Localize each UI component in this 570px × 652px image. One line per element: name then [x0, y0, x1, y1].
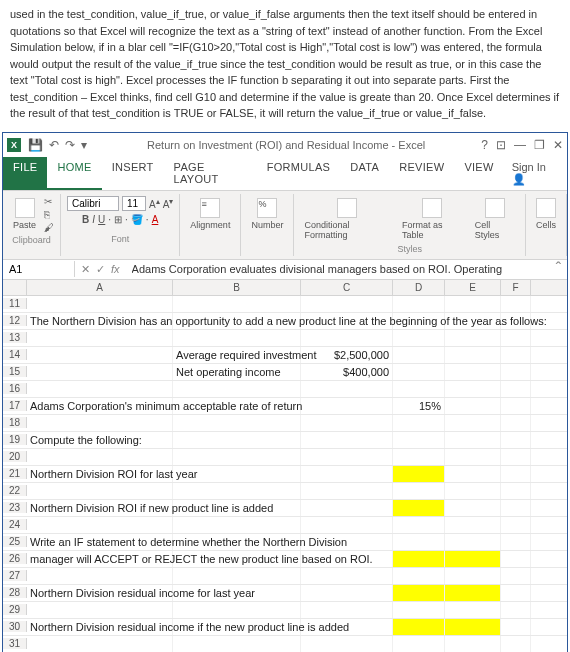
- cell[interactable]: [27, 568, 173, 584]
- maximize-icon[interactable]: ❐: [534, 138, 545, 152]
- row-header-27[interactable]: 27: [3, 570, 27, 581]
- cell[interactable]: [501, 330, 531, 346]
- tab-data[interactable]: DATA: [340, 157, 389, 190]
- cell[interactable]: [445, 483, 501, 499]
- cell[interactable]: [445, 415, 501, 431]
- cell[interactable]: [445, 551, 501, 567]
- cell[interactable]: [173, 415, 301, 431]
- cell[interactable]: Northern Division residual income if the…: [27, 619, 173, 635]
- help-icon[interactable]: ?: [481, 138, 488, 152]
- sign-in-link[interactable]: Sign In 👤: [504, 157, 567, 190]
- format-painter-icon[interactable]: 🖌: [44, 222, 54, 233]
- cell[interactable]: [393, 551, 445, 567]
- save-icon[interactable]: 💾: [28, 138, 43, 152]
- cond-format-button[interactable]: Conditional Formatting: [300, 196, 394, 242]
- cell[interactable]: [173, 483, 301, 499]
- cell[interactable]: [445, 296, 501, 312]
- tab-review[interactable]: REVIEW: [389, 157, 454, 190]
- cell[interactable]: [301, 296, 393, 312]
- border-button[interactable]: ⊞: [114, 214, 122, 225]
- fill-color-button[interactable]: 🪣: [131, 214, 143, 225]
- cell[interactable]: [27, 381, 173, 397]
- row-header-22[interactable]: 22: [3, 485, 27, 496]
- format-table-button[interactable]: Format as Table: [398, 196, 467, 242]
- cell[interactable]: Net operating income: [173, 364, 301, 380]
- cell[interactable]: [27, 483, 173, 499]
- cell[interactable]: [445, 364, 501, 380]
- cell[interactable]: [501, 466, 531, 482]
- cell[interactable]: [501, 534, 531, 550]
- cell[interactable]: [393, 534, 445, 550]
- formula-bar[interactable]: [126, 261, 550, 277]
- cell[interactable]: [393, 517, 445, 533]
- cell[interactable]: [173, 449, 301, 465]
- cell[interactable]: [501, 398, 531, 414]
- cell[interactable]: [301, 381, 393, 397]
- col-header-c[interactable]: C: [301, 280, 393, 295]
- number-button[interactable]: %Number: [247, 196, 287, 232]
- cell[interactable]: [393, 330, 445, 346]
- qat-dropdown-icon[interactable]: ▾: [81, 138, 87, 152]
- cell[interactable]: [173, 568, 301, 584]
- cell[interactable]: Northern Division ROI if new product lin…: [27, 500, 173, 516]
- cell[interactable]: Compute the following:: [27, 432, 173, 448]
- font-color-button[interactable]: A: [152, 214, 159, 225]
- cell[interactable]: [501, 551, 531, 567]
- cell[interactable]: [445, 432, 501, 448]
- cell[interactable]: [27, 330, 173, 346]
- col-header-d[interactable]: D: [393, 280, 445, 295]
- cell[interactable]: [501, 517, 531, 533]
- cell[interactable]: [501, 449, 531, 465]
- row-header-31[interactable]: 31: [3, 638, 27, 649]
- undo-icon[interactable]: ↶: [49, 138, 59, 152]
- paste-button[interactable]: Paste: [9, 196, 40, 232]
- cell[interactable]: [393, 415, 445, 431]
- row-header-17[interactable]: 17: [3, 400, 27, 411]
- cell[interactable]: [445, 381, 501, 397]
- cancel-icon[interactable]: ✕: [81, 263, 90, 276]
- cell[interactable]: [445, 585, 501, 601]
- cell[interactable]: [173, 330, 301, 346]
- name-box[interactable]: A1: [3, 261, 75, 277]
- cell[interactable]: [445, 449, 501, 465]
- row-header-16[interactable]: 16: [3, 383, 27, 394]
- increase-font-icon[interactable]: A▴: [149, 196, 160, 211]
- cell[interactable]: [501, 568, 531, 584]
- cell[interactable]: The Northern Division has an opportunity…: [27, 313, 173, 329]
- cell[interactable]: [173, 381, 301, 397]
- cell[interactable]: [445, 636, 501, 652]
- collapse-ribbon-icon[interactable]: ˆ: [550, 260, 567, 278]
- copy-icon[interactable]: ⎘: [44, 209, 54, 220]
- tab-insert[interactable]: INSERT: [102, 157, 164, 190]
- col-header-b[interactable]: B: [173, 280, 301, 295]
- bold-button[interactable]: B: [82, 214, 89, 225]
- cell[interactable]: [27, 636, 173, 652]
- row-header-15[interactable]: 15: [3, 366, 27, 377]
- row-header-19[interactable]: 19: [3, 434, 27, 445]
- row-header-20[interactable]: 20: [3, 451, 27, 462]
- cell[interactable]: manager will ACCEPT or REJECT the new pr…: [27, 551, 173, 567]
- cell[interactable]: [501, 636, 531, 652]
- tab-file[interactable]: FILE: [3, 157, 47, 190]
- cell[interactable]: [393, 449, 445, 465]
- cell[interactable]: 15%: [393, 398, 445, 414]
- cell[interactable]: [393, 568, 445, 584]
- cell[interactable]: [445, 500, 501, 516]
- row-header-24[interactable]: 24: [3, 519, 27, 530]
- row-header-23[interactable]: 23: [3, 502, 27, 513]
- cell[interactable]: [445, 534, 501, 550]
- cell[interactable]: [27, 517, 173, 533]
- cell[interactable]: [301, 483, 393, 499]
- cell[interactable]: [393, 585, 445, 601]
- cell[interactable]: Adams Corporation's minimum acceptable r…: [27, 398, 173, 414]
- cell[interactable]: [173, 296, 301, 312]
- cell[interactable]: [501, 483, 531, 499]
- cell[interactable]: [501, 381, 531, 397]
- row-header-13[interactable]: 13: [3, 332, 27, 343]
- row-header-26[interactable]: 26: [3, 553, 27, 564]
- cell[interactable]: [301, 415, 393, 431]
- font-name-input[interactable]: [67, 196, 119, 211]
- cell[interactable]: [445, 347, 501, 363]
- close-icon[interactable]: ✕: [553, 138, 563, 152]
- cell[interactable]: [393, 500, 445, 516]
